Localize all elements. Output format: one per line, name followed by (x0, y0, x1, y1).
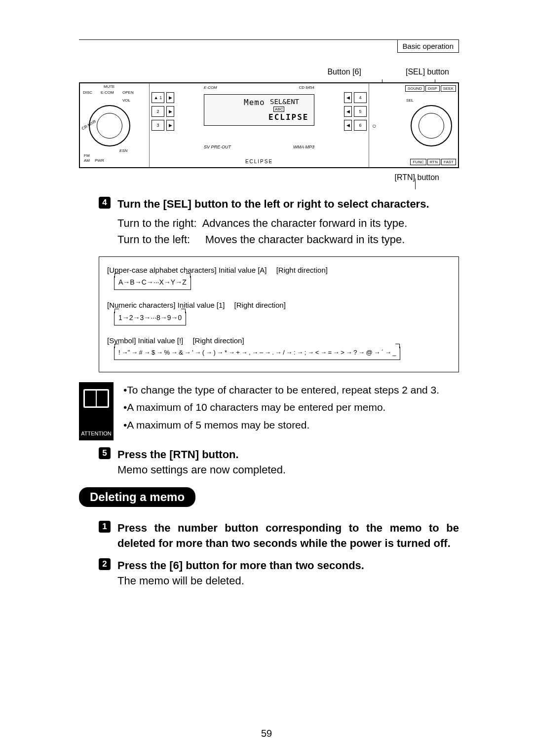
back-5: ◀ (344, 106, 352, 117)
preset-5: 5 (354, 106, 367, 117)
numeric-seq: 1→2→3→···8→9→0 (114, 312, 186, 325)
seek-btn: SEEK (441, 85, 456, 92)
circle-icon: ○ (372, 122, 376, 130)
delete-step-1-badge: 1 (99, 521, 111, 533)
display-selent: SEL&ENT (270, 98, 299, 106)
delete-step-1-title: Press the number button corresponding to… (117, 521, 459, 551)
preset-3: 3 (152, 120, 164, 131)
back-6: ◀ (344, 120, 352, 131)
wma-mp3-label: WMA·MP3 (293, 144, 314, 154)
step-4: 4 Turn the [SEL] button to the left or r… (99, 197, 459, 212)
numeric-title: [Numeric characters] Initial value [1] [… (107, 300, 451, 311)
fwd-2: ▶ (166, 106, 174, 117)
attention-bullet-2: •A maximum of 10 characters may be enter… (123, 399, 459, 415)
delete-step-2-body: The memo will be deleted. (117, 575, 244, 587)
book-icon (83, 389, 109, 408)
display-abc: ABC (273, 107, 284, 112)
faceplate-illustration: MUTE DISC E-COM OPEN VOL CR-MXR ESN FM A… (79, 82, 459, 168)
uppercase-title: [Upper-case alphabet characters] Initial… (107, 265, 451, 276)
open-label: OPEN (122, 90, 134, 95)
uppercase-seq: A→B→C→···X→Y→Z (114, 276, 191, 290)
fm-label: FM (84, 153, 90, 158)
sel-label: SEL (406, 98, 414, 103)
rtn-btn: RTN (427, 159, 440, 165)
delete-step-2-title: Press the [6] button for more than two s… (117, 559, 364, 572)
attention-block: ATTENTION •To change the type of charact… (79, 382, 459, 440)
callout-sel-button: [SEL] button (406, 68, 449, 76)
left-knob (89, 105, 130, 146)
attention-label: ATTENTION (81, 431, 112, 436)
fwd-1: ▶ (166, 92, 174, 103)
step-5-title: Press the [RTN] button. (117, 448, 239, 461)
brand-ecom: E-COM (204, 85, 217, 90)
section-label: Basic operation (397, 40, 459, 53)
lcd-display: Memo SEL&ENT ABC ECLIPSE (204, 94, 314, 126)
sv-preout-label: SV PRE-OUT (204, 144, 231, 154)
display-memo: Memo (244, 98, 265, 107)
ecom-label: E-COM (101, 90, 114, 95)
right-knob (411, 105, 452, 146)
display-eclipse: ECLIPSE (268, 112, 308, 122)
pwr-label: PWR (95, 158, 104, 163)
vol-label: VOL (122, 98, 130, 103)
attention-icon: ATTENTION (79, 382, 114, 440)
back-4: ◀ (344, 92, 352, 103)
step-4-left-line: Turn to the left: Moves the character ba… (117, 231, 459, 248)
callout-button-6: Button [6] (327, 68, 361, 76)
step-4-title: Turn the [SEL] button to the left or rig… (117, 197, 459, 212)
page-number: 59 (0, 728, 533, 739)
step-5-body: Memo settings are now completed. (117, 464, 286, 476)
disc-label: DISC (83, 90, 92, 95)
delete-step-2: 2 Press the [6] button for more than two… (99, 558, 459, 589)
sound-btn: SOUND (405, 85, 424, 92)
delete-step-1: 1 Press the number button corresponding … (99, 521, 459, 551)
preset-4: 4 (354, 92, 367, 103)
am-label: AM (84, 158, 90, 163)
header-rule: Basic operation (79, 39, 459, 53)
step-5: 5 Press the [RTN] button. Memo settings … (99, 447, 459, 478)
faceplate-figure: Button [6] [SEL] button MUTE DISC E-COM … (79, 68, 459, 182)
attention-bullet-1: •To change the type of character to be e… (123, 382, 459, 398)
model-number: CD 8454 (299, 85, 314, 90)
mute-label: MUTE (104, 84, 115, 89)
esn-label: ESN (119, 148, 127, 153)
preset-6: 6 (354, 120, 367, 131)
character-sequence-table: [Upper-case alphabet characters] Initial… (99, 256, 459, 372)
bottom-brand: ECLIPSE (150, 159, 369, 164)
callout-rtn-button: [RTN] button (79, 173, 459, 182)
fast-btn: FAST (441, 159, 456, 165)
step-4-right-line: Turn to the right: Advances the characte… (117, 215, 459, 231)
fwd-3: ▶ (166, 120, 174, 131)
func-btn: FUNC (410, 159, 426, 165)
deleting-memo-heading: Deleting a memo (79, 487, 195, 507)
attention-bullet-3: •A maximum of 5 memos may be stored. (123, 417, 459, 433)
preset-2: 2 (152, 106, 164, 117)
disp-btn: DISP (425, 85, 440, 92)
symbol-seq: ! →" → # → $ → % → & → ' → ( → ) → * → +… (114, 347, 400, 360)
step-4-badge: 4 (99, 197, 111, 209)
preset-1: ▲ 1 (152, 92, 164, 103)
delete-step-2-badge: 2 (99, 558, 111, 570)
step-5-badge: 5 (99, 447, 111, 459)
